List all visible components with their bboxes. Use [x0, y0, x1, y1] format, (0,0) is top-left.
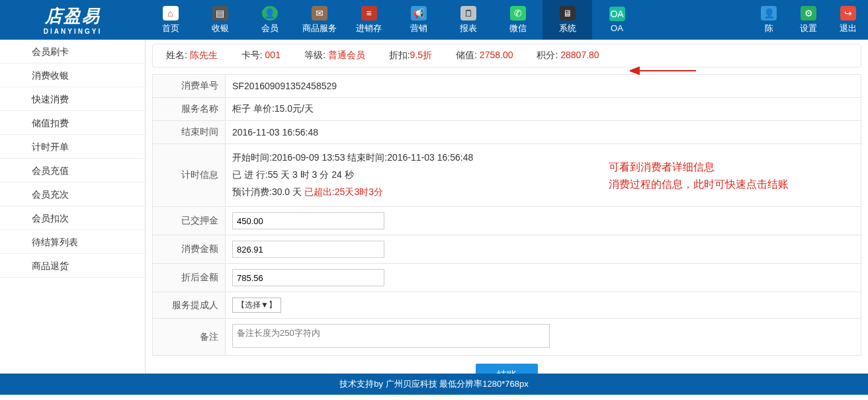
nav-oa-label: OA: [611, 23, 623, 33]
nav-system[interactable]: 🖥系统: [542, 0, 592, 40]
member-card-label: 卡号:: [241, 50, 263, 60]
nav-settings[interactable]: ⚙设置: [789, 0, 828, 40]
service-name-label: 服务名称: [153, 98, 226, 121]
checkout-form: 消费单号 SF201609091352458529 服务名称 柜子 单价:15.…: [152, 74, 861, 356]
nav-user-icon: 👤: [761, 6, 777, 20]
sidebar-item-0[interactable]: 会员刷卡: [0, 40, 145, 63]
nav-wechat-label: 微信: [509, 22, 527, 34]
nav-report-label: 报表: [460, 22, 477, 34]
nav-exit-label: 退出: [840, 22, 857, 34]
sidebar-item-8[interactable]: 待结算列表: [0, 230, 145, 254]
annotation-text: 可看到消费者详细信息 消费过程的信息，此时可快速点击结账: [609, 159, 789, 193]
member-name-label: 姓名:: [166, 50, 187, 60]
nav-user[interactable]: 👤陈: [749, 0, 789, 40]
nav-home-label: 首页: [162, 22, 179, 34]
nav-exit-icon: ↪: [840, 6, 856, 20]
deposit-label: 已交押金: [153, 207, 226, 235]
after-discount-input[interactable]: [232, 269, 384, 286]
deposit-input[interactable]: [232, 212, 384, 229]
submit-row: 结账: [152, 356, 861, 374]
member-info-box: 姓名: 陈先生 卡号: 001 等级: 普通会员 折扣:9.5折 储值: 275…: [152, 44, 861, 67]
nav-marketing[interactable]: 📢营销: [394, 0, 443, 40]
staff-select-button[interactable]: 【选择▼】: [232, 298, 281, 313]
logo-main: 店盈易: [45, 5, 101, 28]
member-discount-label: 折扣:: [389, 50, 410, 60]
footer: 技术支持by 广州贝应科技 最低分辨率1280*768px: [0, 374, 868, 395]
nav-member-icon: 👤: [262, 6, 278, 20]
order-no-value: SF201609091352458529: [226, 75, 861, 98]
member-discount: 9.5折: [410, 50, 432, 60]
sidebar-item-4[interactable]: 计时开单: [0, 135, 145, 159]
nav-stock-label: 进销存: [356, 22, 382, 34]
nav-member[interactable]: 👤会员: [245, 0, 294, 40]
logo[interactable]: 店盈易 DIANYINGYI: [0, 0, 146, 40]
member-points-label: 积分:: [537, 50, 558, 60]
sidebar-item-5[interactable]: 会员充值: [0, 159, 145, 182]
staff-label: 服务提成人: [153, 292, 226, 319]
member-card: 001: [265, 50, 281, 60]
nav-goods[interactable]: ✉商品服务: [294, 0, 344, 40]
nav-marketing-label: 营销: [410, 22, 427, 34]
top-nav-right: 👤陈⚙设置↪退出: [749, 0, 868, 40]
main-panel: 姓名: 陈先生 卡号: 001 等级: 普通会员 折扣:9.5折 储值: 275…: [146, 40, 868, 374]
service-name-value: 柜子 单价:15.0元/天: [226, 98, 861, 121]
svg-marker-1: [630, 67, 639, 74]
member-balance-label: 储值:: [456, 50, 477, 60]
sidebar-item-7[interactable]: 会员扣次: [0, 206, 145, 230]
remark-textarea[interactable]: [232, 324, 550, 348]
member-name: 陈先生: [190, 50, 218, 60]
order-no-label: 消费单号: [153, 75, 226, 98]
sidebar-item-3[interactable]: 储值扣费: [0, 111, 145, 135]
nav-home[interactable]: ⌂首页: [146, 0, 195, 40]
nav-member-label: 会员: [261, 22, 279, 34]
nav-wechat-icon: ✆: [510, 6, 526, 20]
nav-home-icon: ⌂: [163, 6, 179, 20]
checkout-button[interactable]: 结账: [476, 364, 538, 374]
nav-stock-icon: ≡: [361, 6, 377, 20]
remark-label: 备注: [153, 319, 226, 356]
annotation-line2: 消费过程的信息，此时可快速点击结账: [609, 176, 789, 193]
timing-label: 计时信息: [153, 144, 226, 207]
top-nav: ⌂首页▤收银👤会员✉商品服务≡进销存📢营销🗒报表✆微信🖥系统OAOA: [146, 0, 642, 40]
member-level-label: 等级:: [304, 50, 326, 60]
member-level: 普通会员: [328, 50, 365, 60]
annotation-arrow-icon: [630, 66, 696, 75]
member-balance: 2758.00: [480, 50, 513, 60]
sidebar-item-1[interactable]: 消费收银: [0, 63, 145, 87]
nav-stock[interactable]: ≡进销存: [344, 0, 394, 40]
nav-exit[interactable]: ↪退出: [828, 0, 868, 40]
nav-wechat[interactable]: ✆微信: [493, 0, 542, 40]
member-points: 28807.80: [560, 50, 599, 60]
sidebar-item-2[interactable]: 快速消费: [0, 87, 145, 111]
nav-oa[interactable]: OAOA: [592, 0, 642, 40]
sidebar-item-9[interactable]: 商品退货: [0, 254, 145, 278]
after-discount-label: 折后金额: [153, 264, 226, 292]
nav-goods-icon: ✉: [312, 6, 327, 20]
end-time-label: 结束时间: [153, 121, 226, 144]
annotation-line1: 可看到消费者详细信息: [609, 159, 789, 176]
nav-system-icon: 🖥: [560, 6, 576, 20]
topbar: 店盈易 DIANYINGYI ⌂首页▤收银👤会员✉商品服务≡进销存📢营销🗒报表✆…: [0, 0, 868, 40]
nav-system-label: 系统: [559, 22, 576, 34]
nav-settings-label: 设置: [800, 22, 817, 34]
end-time-value: 2016-11-03 16:56:48: [226, 121, 861, 144]
nav-cashier-label: 收银: [212, 22, 229, 34]
logo-sub: DIANYINGYI: [44, 28, 102, 35]
nav-cashier[interactable]: ▤收银: [195, 0, 245, 40]
amount-input[interactable]: [232, 241, 384, 258]
nav-oa-icon: OA: [609, 7, 625, 21]
nav-report[interactable]: 🗒报表: [443, 0, 493, 40]
nav-user-label: 陈: [765, 22, 773, 34]
nav-report-icon: 🗒: [460, 6, 476, 20]
amount-label: 消费金额: [153, 235, 226, 264]
sidebar: 会员刷卡消费收银快速消费储值扣费计时开单会员充值会员充次会员扣次待结算列表商品退…: [0, 40, 146, 374]
sidebar-item-6[interactable]: 会员充次: [0, 182, 145, 206]
nav-settings-icon: ⚙: [801, 6, 816, 20]
nav-cashier-icon: ▤: [212, 6, 228, 20]
timing-overdue: 已超出:25天3时3分: [304, 186, 383, 197]
nav-marketing-icon: 📢: [411, 6, 427, 20]
nav-goods-label: 商品服务: [302, 22, 337, 34]
